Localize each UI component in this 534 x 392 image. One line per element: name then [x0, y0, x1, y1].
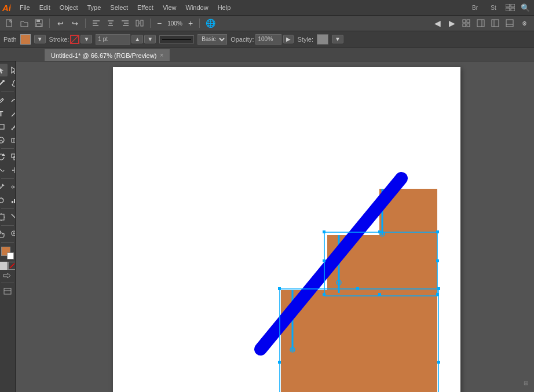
svg-rect-29: [506, 20, 513, 27]
hand-icon: [0, 230, 5, 238]
svg-rect-2: [506, 8, 510, 11]
workspace-button[interactable]: [504, 2, 517, 13]
zoom-tool-btn[interactable]: [8, 228, 16, 240]
lasso-icon: [10, 79, 16, 87]
search-button[interactable]: 🔍: [519, 2, 532, 13]
menu-help[interactable]: Help: [214, 3, 235, 12]
new-button[interactable]: [3, 17, 16, 29]
panel2-button[interactable]: [489, 17, 502, 29]
new-file-icon: [6, 19, 14, 27]
fill-swatch[interactable]: [20, 34, 31, 45]
blob-brush-tool-btn[interactable]: [0, 134, 8, 146]
menu-select[interactable]: Select: [106, 3, 132, 12]
align-left-button[interactable]: [90, 17, 103, 29]
type-tool-btn[interactable]: T: [0, 107, 8, 120]
stroke-weight-up[interactable]: ▲: [131, 35, 143, 43]
color-mode-btn[interactable]: [0, 262, 8, 270]
handle-tl-mid: [323, 230, 325, 233]
opacity-input[interactable]: [255, 34, 281, 45]
distribute-icon: [136, 19, 144, 27]
blend-icon: [10, 183, 16, 191]
svg-line-67: [10, 263, 14, 268]
panel-toggle-btn[interactable]: [1, 285, 14, 298]
distribute-button[interactable]: [133, 17, 146, 29]
eraser-tool-btn[interactable]: [8, 134, 16, 146]
style-options-btn[interactable]: ▼: [332, 35, 343, 43]
svg-rect-22: [467, 20, 470, 23]
redo-button[interactable]: ↪: [68, 17, 81, 29]
lasso-tool-btn[interactable]: [8, 77, 16, 90]
warp-tool-btn[interactable]: [0, 164, 8, 177]
undo-button[interactable]: ↩: [54, 17, 67, 29]
tab-close-btn[interactable]: ×: [160, 52, 163, 58]
menu-window[interactable]: Window: [182, 3, 213, 12]
panel4-button[interactable]: ⚙: [518, 17, 531, 29]
symbol-spray-btn[interactable]: [0, 194, 8, 207]
stroke-weight-down[interactable]: ▼: [144, 35, 156, 43]
rotate-icon: [0, 153, 5, 161]
opacity-more-btn[interactable]: ▶: [283, 35, 294, 43]
panel1-button[interactable]: [474, 17, 487, 29]
magic-wand-tool-btn[interactable]: [0, 77, 8, 90]
line-tool-btn[interactable]: [8, 107, 16, 120]
st-button[interactable]: St: [485, 2, 502, 13]
curvature-tool-btn[interactable]: [8, 94, 16, 107]
selection-tool-btn[interactable]: [0, 64, 8, 76]
pen-tool-btn[interactable]: [0, 94, 8, 107]
handle-mr-mid: [436, 259, 439, 262]
scale-tool-btn[interactable]: [8, 151, 16, 163]
br-button[interactable]: Br: [467, 2, 483, 13]
none-mode-btn[interactable]: [8, 262, 16, 270]
blend-tool-btn[interactable]: [8, 181, 16, 193]
hand-tool-btn[interactable]: [0, 228, 8, 240]
direct-select-tool-btn[interactable]: [8, 64, 16, 76]
stroke-weight-input[interactable]: [96, 34, 130, 45]
graph-tool-btn[interactable]: [8, 194, 16, 207]
eyedropper-tool-btn[interactable]: [0, 181, 8, 193]
menu-effect[interactable]: Effect: [133, 3, 158, 12]
brush-select[interactable]: Basic: [197, 34, 227, 45]
pen-icon: [0, 96, 5, 104]
menu-file[interactable]: File: [16, 3, 34, 12]
zoom-level[interactable]: 100%: [166, 17, 184, 29]
zoom-tool-icon: [10, 230, 16, 238]
panel3-button[interactable]: [503, 17, 516, 29]
handle-bl-mid: [323, 293, 325, 296]
menu-object[interactable]: Object: [56, 3, 82, 12]
svg-line-32: [71, 35, 79, 43]
menu-type[interactable]: Type: [83, 3, 105, 12]
rect-tool-btn[interactable]: [0, 120, 8, 133]
handle-tl-bot: [278, 287, 281, 290]
fill-options-btn[interactable]: ▼: [34, 35, 46, 43]
open-button[interactable]: [18, 17, 31, 29]
zoom-in-button[interactable]: +: [186, 17, 195, 29]
zoom-out-button[interactable]: −: [155, 17, 164, 29]
rect-icon: [0, 123, 5, 131]
svg-line-33: [0, 82, 3, 86]
prev-button[interactable]: ◀: [431, 17, 444, 29]
rotate-tool-btn[interactable]: [0, 151, 8, 163]
align-right-button[interactable]: [119, 17, 131, 29]
svg-rect-19: [141, 20, 143, 26]
save-button[interactable]: [32, 17, 45, 29]
grid-button[interactable]: [460, 17, 473, 29]
canvas-area[interactable]: ⊞: [16, 61, 534, 392]
menu-edit[interactable]: Edit: [35, 3, 54, 12]
slice-tool-btn[interactable]: [8, 211, 16, 224]
swap-color-btn[interactable]: [3, 273, 12, 281]
type-icon: T: [0, 109, 3, 118]
document-tab[interactable]: Untitled-1* @ 66.67% (RGB/Preview) ×: [45, 49, 170, 61]
stroke-options-btn[interactable]: ▼: [81, 35, 92, 43]
width-tool-btn[interactable]: [8, 164, 16, 177]
svg-rect-42: [12, 154, 15, 157]
color-selector[interactable]: [1, 247, 14, 259]
artboard-tool-btn[interactable]: [0, 211, 8, 224]
svg-rect-18: [136, 20, 138, 26]
drawing-canvas[interactable]: [113, 67, 460, 392]
globe-button[interactable]: 🌐: [204, 17, 217, 29]
paintbrush-tool-btn[interactable]: [8, 120, 16, 133]
menu-view[interactable]: View: [159, 3, 181, 12]
next-button[interactable]: ▶: [445, 17, 458, 29]
align-center-button[interactable]: [104, 17, 117, 29]
style-label: Style:: [297, 36, 313, 43]
